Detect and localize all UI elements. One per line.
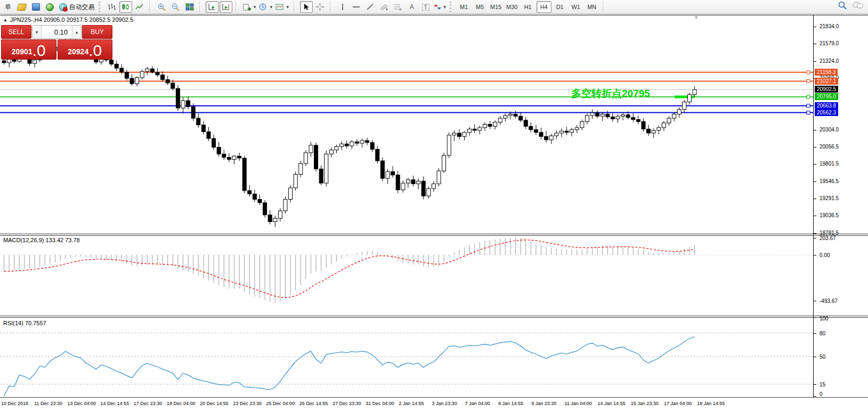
price-line-label[interactable]: 21027.1 [815,78,838,85]
candle-body [473,129,476,130]
buy-price-box[interactable]: 20924.0 [58,39,113,60]
candle-body [125,72,128,78]
date-label: 9 Jan 23:30 [531,401,556,406]
cursor-button[interactable] [300,1,313,13]
candle-body [355,142,359,144]
price-line-label[interactable]: 20562.3 [815,109,838,116]
axis-tick-mark [814,147,816,147]
chart-shift-button[interactable] [220,1,232,13]
new-order-icon[interactable] [15,1,28,13]
templates-button[interactable]: ▼ [275,1,290,13]
timeframe-button-h4[interactable]: H4 [537,1,551,13]
candle-body [652,130,655,133]
text-tool[interactable]: A [405,1,418,13]
timeframe-button-h1[interactable]: H1 [521,1,536,13]
channel-tool[interactable]: E [378,1,391,13]
candle-body [345,144,348,146]
candle-body [212,138,216,147]
candle-body [575,128,579,130]
fibonacci-tool[interactable]: F [392,1,404,13]
toolbar-right-icons [838,1,864,10]
toolbar-separator [236,2,239,12]
candle-body [687,95,691,102]
rsi-axis-label: 15 [820,382,825,388]
metaeditor-icon[interactable] [29,1,42,13]
price-line-label[interactable]: 21158.3 [815,69,838,76]
rsi-pane-separator[interactable] [0,317,868,318]
candle-body [340,144,344,146]
zoom-in-button[interactable] [156,1,168,13]
volume-stepper: ▼ ▲ [32,25,82,39]
profiles-button[interactable]: ▼ [258,1,274,13]
timeframe-button-d1[interactable]: D1 [553,1,567,13]
rsi-pane-separator[interactable] [0,316,868,316]
candle-body [145,69,149,71]
trendline-tool[interactable] [364,1,377,13]
crosshair-button[interactable] [314,1,327,13]
candle-body [616,116,620,119]
timeframe-group: M1M5M15M30H1H4D1W1MN [456,1,600,13]
timeframe-button-m1[interactable]: M1 [457,1,472,13]
candle-body [508,114,512,116]
pivot-annotation-text: 多空转折点20795 [571,87,650,101]
zoom-out-button[interactable] [169,1,182,13]
signals-icon-button[interactable] [43,1,56,13]
candle-body [396,175,400,190]
channel-icon: E [380,3,388,11]
search-icon[interactable] [838,1,847,10]
axis-tick-mark [814,182,816,182]
text-label-tool[interactable]: T [419,1,432,13]
chart-shift-marker[interactable]: ▼ [694,15,699,20]
volume-decrease-button[interactable]: ▼ [33,26,42,38]
rsi-axis-label: 0 [820,391,823,397]
candle-body [135,78,139,84]
axis-tick-mark [814,216,816,216]
price-line-label[interactable]: 20795.0 [815,93,838,100]
zoom-in-icon [158,3,166,11]
price-line-label[interactable]: 20663.8 [815,102,838,109]
volume-increase-button[interactable]: ▲ [72,26,81,38]
volume-input[interactable] [42,26,72,38]
bar-chart-button[interactable] [106,1,118,13]
candle-body [580,121,584,127]
timeframe-button-m15[interactable]: M15 [489,1,504,13]
candlestick-chart-button[interactable] [119,1,132,13]
chat-icon[interactable] [852,1,864,10]
sell-price-box[interactable]: 20901.0 [1,39,56,60]
candle-body [631,118,635,120]
cutoff-order-button[interactable]: 单 [2,1,14,13]
auto-scroll-button[interactable] [206,1,218,13]
line-chart-button[interactable] [133,1,146,13]
tile-windows-button[interactable] [183,1,196,13]
timeframe-button-w1[interactable]: W1 [569,1,583,13]
sell-button[interactable]: SELL [1,25,31,39]
candle-body [329,150,333,154]
candle-body [161,75,165,80]
candle-body [442,155,446,171]
candle-body [325,154,328,183]
candle-body [278,211,282,218]
candle-body [156,72,159,75]
horizontal-line-tool[interactable] [350,1,363,13]
text-label-icon: T [422,4,429,11]
date-label: 17 Dec 23:30 [134,401,163,406]
buy-button[interactable]: BUY [82,25,112,39]
macd-pane-separator[interactable] [0,235,868,236]
axis-tick-mark [814,317,816,318]
panel-collapse-icon[interactable]: ▲ [3,18,7,22]
macd-pane-separator[interactable] [0,234,868,234]
time-axis-separator [0,397,868,398]
vertical-line-tool[interactable] [336,1,349,13]
arrows-tool[interactable]: ▼ [433,1,448,13]
timeframe-button-mn[interactable]: MN [585,1,599,13]
axis-tick-mark [814,255,816,256]
candle-body [314,145,318,169]
candle-body [519,116,523,120]
candle-body [555,133,558,136]
new-chart-button[interactable]: ▼ [242,1,257,13]
fibonacci-icon: F [394,3,402,11]
timeframe-button-m5[interactable]: M5 [473,1,488,13]
candle-body [457,133,461,136]
timeframe-button-m30[interactable]: M30 [505,1,520,13]
autotrading-button[interactable]: 自动交易 [57,1,96,13]
